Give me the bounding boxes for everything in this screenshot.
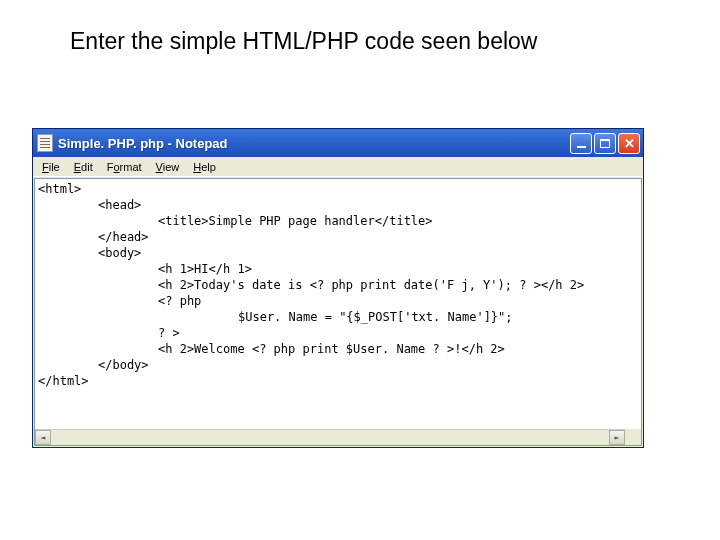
menu-view[interactable]: View xyxy=(149,159,187,175)
menu-help[interactable]: Help xyxy=(186,159,223,175)
code-line: <h 2>Welcome <? php print $User. Name ? … xyxy=(38,341,638,357)
titlebar[interactable]: Simple. PHP. php - Notepad ✕ xyxy=(33,129,643,157)
scroll-corner xyxy=(625,429,641,445)
code-line: $User. Name = "{$_POST['txt. Name']}"; xyxy=(38,309,638,325)
menubar: File Edit Format View Help xyxy=(33,157,643,177)
code-line: <head> xyxy=(38,197,638,213)
code-line: <html> xyxy=(38,182,81,196)
slide-heading: Enter the simple HTML/PHP code seen belo… xyxy=(0,0,720,55)
code-line: </body> xyxy=(38,357,638,373)
minimize-button[interactable] xyxy=(570,133,592,154)
close-button[interactable]: ✕ xyxy=(618,133,640,154)
menu-edit[interactable]: Edit xyxy=(67,159,100,175)
menu-file[interactable]: File xyxy=(35,159,67,175)
code-line: <h 2>Today's date is <? php print date('… xyxy=(38,277,638,293)
code-editor[interactable]: <html> <head><title>Simple PHP page hand… xyxy=(34,178,642,446)
editor-container: <html> <head><title>Simple PHP page hand… xyxy=(33,177,643,447)
menu-format[interactable]: Format xyxy=(100,159,149,175)
horizontal-scrollbar[interactable]: ◄ ► xyxy=(35,429,625,445)
code-line: <body> xyxy=(38,245,638,261)
notepad-window: Simple. PHP. php - Notepad ✕ File Edit F… xyxy=(32,128,644,448)
code-line: ? > xyxy=(38,325,638,341)
scroll-left-button[interactable]: ◄ xyxy=(35,430,51,445)
code-line: <title>Simple PHP page handler</title> xyxy=(38,213,638,229)
code-line: <? php xyxy=(38,293,638,309)
scroll-right-button[interactable]: ► xyxy=(609,430,625,445)
code-line: </head> xyxy=(38,229,638,245)
notepad-icon xyxy=(37,134,53,152)
close-icon: ✕ xyxy=(624,137,635,150)
window-title: Simple. PHP. php - Notepad xyxy=(58,136,570,151)
window-buttons: ✕ xyxy=(570,133,640,154)
code-line: </html> xyxy=(38,374,89,388)
scroll-track[interactable] xyxy=(51,430,609,445)
maximize-button[interactable] xyxy=(594,133,616,154)
code-line: <h 1>HI</h 1> xyxy=(38,261,638,277)
maximize-icon xyxy=(600,139,610,148)
minimize-icon xyxy=(577,146,586,148)
